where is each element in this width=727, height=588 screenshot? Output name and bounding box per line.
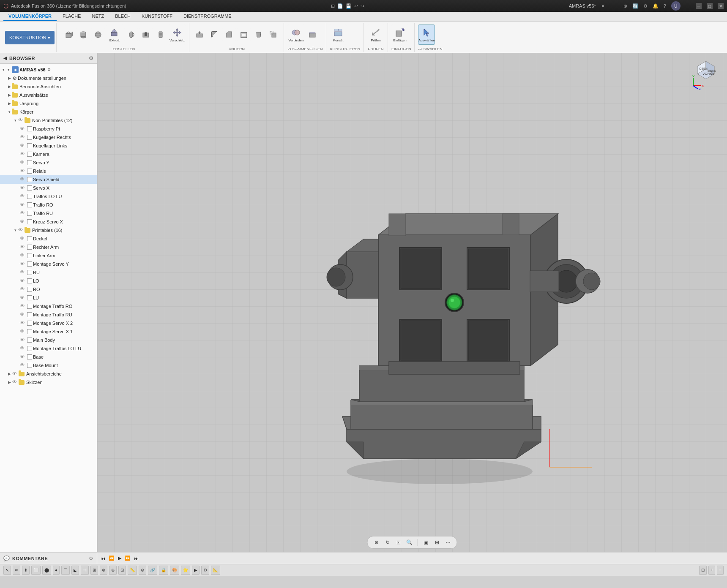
- tree-item-dokumenteinstellungen[interactable]: ▶ ⚙ Dokumenteinstellungen: [0, 74, 97, 82]
- eye-base[interactable]: 👁: [20, 354, 26, 360]
- shell-button[interactable]: [237, 28, 251, 41]
- hole-tool-button[interactable]: [139, 28, 153, 41]
- vp-more-btn[interactable]: ⋯: [443, 538, 453, 547]
- eye-montage-servo-x1[interactable]: 👁: [20, 329, 26, 335]
- eye-printables[interactable]: 👁: [18, 227, 24, 233]
- bt-select[interactable]: ↖: [3, 566, 11, 575]
- bt-material[interactable]: 🎨: [170, 566, 179, 575]
- tree-item-servo-y[interactable]: 👁 Servo Y: [0, 158, 97, 167]
- tree-item-montage-servo-y[interactable]: 👁 Montage Servo Y: [0, 260, 97, 268]
- tree-item-traffos-lo-lu[interactable]: 👁 Traffos LO LU: [0, 192, 97, 201]
- nav-cube[interactable]: VORNE OBEN LINKS X Y Z: [689, 57, 723, 91]
- vp-display-mode-btn[interactable]: ▣: [421, 538, 431, 547]
- tree-item-montage-traffo-ro[interactable]: 👁 Montage Traffo RO: [0, 302, 97, 310]
- toggle-dokumenteinstellungen[interactable]: ▶: [7, 76, 12, 81]
- box-montage-servo-y[interactable]: [27, 261, 32, 267]
- tree-item-montage-traffo-ru[interactable]: 👁 Montage Traffo RU: [0, 310, 97, 319]
- toggle-amras[interactable]: ▾: [1, 67, 6, 72]
- box-montage-traffo-ro[interactable]: [27, 304, 32, 309]
- box-deckel[interactable]: [27, 236, 32, 241]
- bt-drawing[interactable]: 📐: [211, 566, 220, 575]
- box-kreuz-servo-x[interactable]: [27, 219, 32, 224]
- tab-netz[interactable]: NETZ: [87, 12, 109, 21]
- tab-fläche[interactable]: FLÄCHE: [57, 12, 86, 21]
- box-traffo-ru[interactable]: [27, 211, 32, 216]
- tree-item-montage-servo-x1[interactable]: 👁 Montage Servo X 1: [0, 327, 97, 336]
- sidebar-collapse-icon[interactable]: ◀: [3, 56, 7, 60]
- tree-item-montage-traffos-lo-lu[interactable]: 👁 Montage Traffos LO LU: [0, 344, 97, 353]
- eye-kamera[interactable]: 👁: [20, 151, 26, 157]
- box-base-mount[interactable]: [27, 363, 32, 368]
- bt-pattern[interactable]: ⊞: [90, 566, 98, 575]
- eye-non-printables[interactable]: 👁: [18, 117, 24, 123]
- bt-move[interactable]: ⊕: [100, 566, 107, 575]
- bt-cam[interactable]: ⚙: [201, 566, 209, 575]
- box-tool-button[interactable]: [62, 28, 75, 41]
- box-main-body[interactable]: [27, 338, 32, 343]
- extrude-tool-button[interactable]: Extrud.: [106, 24, 123, 45]
- bt-zoom-out[interactable]: −: [717, 566, 724, 575]
- toggle-auswahlsätze[interactable]: ▶: [7, 93, 12, 98]
- bt-extrude[interactable]: ⬆: [22, 566, 30, 575]
- chamfer-button[interactable]: [222, 28, 236, 41]
- bt-fillet[interactable]: ⌒: [61, 566, 70, 575]
- box-ru[interactable]: [27, 270, 32, 275]
- eye-raspberry[interactable]: 👁: [20, 126, 26, 132]
- bt-offset[interactable]: ⊡: [118, 566, 126, 575]
- eye-lu[interactable]: 👁: [20, 295, 26, 301]
- tree-item-körper[interactable]: ▾ Körper: [0, 108, 97, 116]
- toolbar-icon-1[interactable]: ⊕: [623, 3, 627, 9]
- bt-box[interactable]: ⬜: [31, 566, 41, 575]
- vp-orbit-btn[interactable]: ↻: [383, 538, 392, 547]
- tree-item-traffo-ru[interactable]: 👁 Traffo RU: [0, 209, 97, 218]
- close-button[interactable]: ✕: [718, 3, 724, 9]
- eye-kugellager-links[interactable]: 👁: [20, 143, 26, 149]
- tab-volumenkörper[interactable]: VOLUMENKÖRPER: [3, 12, 57, 21]
- offset-plane-button[interactable]: Konstr.: [330, 24, 347, 45]
- tree-item-ro[interactable]: 👁 RO: [0, 285, 97, 294]
- tree-item-main-body[interactable]: 👁 Main Body: [0, 336, 97, 344]
- box-ro[interactable]: [27, 287, 32, 292]
- box-kamera[interactable]: [27, 152, 32, 157]
- box-servo-x[interactable]: [27, 185, 32, 191]
- close-tab-icon[interactable]: ✕: [601, 3, 605, 9]
- tree-item-base-mount[interactable]: 👁 Base Mount: [0, 361, 97, 370]
- redo-icon[interactable]: ↪: [361, 3, 364, 9]
- revolve-tool-button[interactable]: [124, 28, 138, 41]
- eye-kugellager-rechts[interactable]: 👁: [20, 134, 26, 140]
- bt-zoom-in[interactable]: +: [708, 566, 715, 575]
- tree-item-montage-servo-x2[interactable]: 👁 Montage Servo X 2: [0, 319, 97, 327]
- eye-lo[interactable]: 👁: [20, 278, 26, 284]
- toolbar-icon-3[interactable]: ⚙: [643, 3, 648, 9]
- grid-icon[interactable]: ⊞: [331, 3, 335, 9]
- bt-joint[interactable]: 🔗: [148, 566, 157, 575]
- tree-item-kugellager-links[interactable]: 👁 Kugellager Links: [0, 142, 97, 150]
- box-raspberry[interactable]: [27, 126, 32, 131]
- eye-montage-servo-y[interactable]: 👁: [20, 261, 26, 267]
- tree-item-ursprung[interactable]: ▶ Ursprung: [0, 99, 97, 108]
- tree-item-lu[interactable]: 👁 LU: [0, 294, 97, 302]
- box-base[interactable]: [27, 354, 32, 359]
- box-montage-servo-x2[interactable]: [27, 321, 32, 326]
- eye-ru[interactable]: 👁: [20, 270, 26, 275]
- eye-montage-servo-x2[interactable]: 👁: [20, 320, 26, 326]
- insert-button[interactable]: Einfügen: [391, 24, 408, 45]
- tab-dienstprogramme[interactable]: DIENSTPROGRAMME: [178, 12, 237, 21]
- tree-item-benannte-ansichten[interactable]: ▶ Benannte Ansichten: [0, 82, 97, 91]
- tree-item-kreuz-servo-x[interactable]: 👁 Kreuz Servo X: [0, 218, 97, 226]
- box-relais[interactable]: [27, 169, 32, 174]
- tree-item-rechter-arm[interactable]: 👁 Rechter Arm: [0, 243, 97, 251]
- toggle-ansichtsbereiche[interactable]: ▶: [7, 371, 12, 376]
- eye-traffo-ro[interactable]: 👁: [20, 202, 26, 208]
- bt-sphere[interactable]: ●: [53, 566, 60, 575]
- playback-prev-btn[interactable]: ⏪: [109, 555, 115, 561]
- eye-ansichtsbereiche[interactable]: 👁: [12, 371, 18, 377]
- maximize-button[interactable]: □: [707, 3, 713, 9]
- bt-fit-view[interactable]: ⊡: [699, 566, 707, 575]
- measure-button[interactable]: Prüfen: [367, 24, 384, 45]
- cylinder-tool-button[interactable]: [77, 28, 90, 41]
- box-rechter-arm[interactable]: [27, 245, 32, 250]
- eye-servo-y[interactable]: 👁: [20, 160, 26, 166]
- eye-skizzen[interactable]: 👁: [12, 379, 18, 385]
- draft-button[interactable]: [252, 28, 265, 41]
